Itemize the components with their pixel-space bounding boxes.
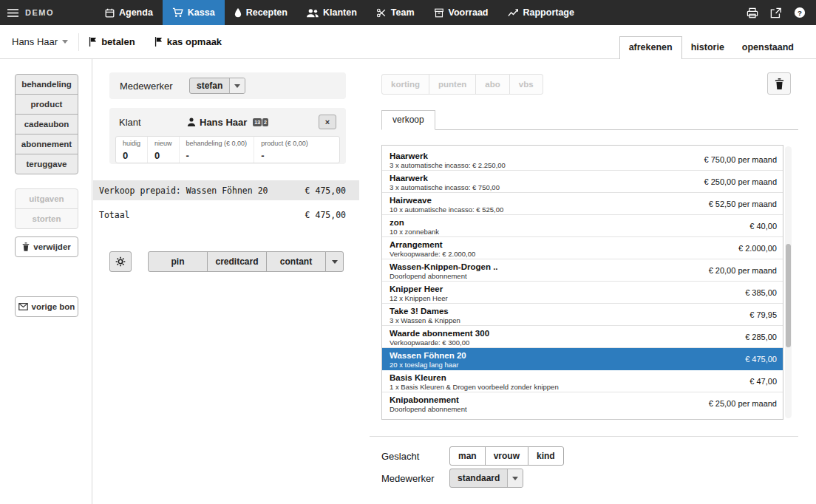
settings-button[interactable]: [109, 251, 132, 272]
remove-client-button[interactable]: ×: [319, 115, 336, 129]
export-button[interactable]: [770, 7, 782, 18]
item-title: zon: [390, 217, 715, 228]
punten-button: punten: [429, 74, 476, 95]
list-item[interactable]: zon 10 x zonnebank € 40,00: [382, 215, 783, 237]
receipt-line[interactable]: Verkoop prepaid: Wassen Föhnen 20 € 475,…: [93, 180, 359, 200]
list-item[interactable]: Basis Kleuren 1 x Basis Kleuren & Drogen…: [382, 370, 783, 392]
scrollbar[interactable]: [785, 146, 792, 418]
list-item-selected[interactable]: Wassen Föhnen 20 20 x toeslag lang haar …: [382, 348, 783, 370]
sidebar-item-product[interactable]: product: [15, 94, 78, 115]
topnav-item-klanten[interactable]: Klanten: [297, 0, 367, 25]
topnav-item-kassa[interactable]: Kassa: [163, 0, 225, 25]
export-icon: [770, 7, 782, 18]
gender-vrouw-button[interactable]: vrouw: [485, 446, 528, 466]
stat-value: -: [261, 151, 333, 160]
hamburger-icon: [7, 9, 18, 17]
sidebar-item-behandeling[interactable]: behandeling: [15, 74, 78, 95]
item-price: € 20,00 per maand: [709, 266, 777, 275]
list-item[interactable]: Knipper Heer 12 x Knippen Heer € 385,00: [382, 282, 783, 304]
employee-label: Medewerker: [381, 473, 449, 484]
droplet-icon: [234, 8, 242, 18]
list-item[interactable]: Knipabonnement Doorlopend abonnement € 2…: [382, 392, 783, 415]
topnav-item-voorraad[interactable]: Voorraad: [424, 0, 498, 25]
pay-creditcard-button[interactable]: creditcard: [207, 251, 267, 272]
cart-icon: [172, 7, 183, 18]
item-title: Basis Kleuren: [390, 372, 715, 383]
gender-buttons: man vrouw kind: [449, 446, 564, 466]
kas-opmaak-button[interactable]: kas opmaak: [145, 36, 231, 47]
pay-contant-button[interactable]: contant: [266, 251, 326, 272]
list-item[interactable]: Haarwerk 3 x automatische incasso: € 750…: [382, 171, 783, 193]
scissors-icon: [376, 8, 387, 18]
topnav-item-agenda[interactable]: Agenda: [95, 0, 163, 25]
delete-line-label: verwijder: [33, 242, 71, 251]
item-subtitle: 20 x toeslag lang haar: [390, 361, 715, 370]
item-subtitle: 3 x automatische incasso: € 2.250,00: [390, 161, 715, 170]
sidebar-item-cadeaubon[interactable]: cadeaubon: [15, 114, 78, 134]
client-link[interactable]: Hans Haar 13 2: [187, 117, 268, 128]
stat-huidig: huidig 0: [116, 137, 148, 163]
topnav-label: Voorraad: [449, 7, 489, 18]
employee-dropdown[interactable]: stefan: [189, 78, 245, 94]
list-item[interactable]: Haarwerk 3 x automatische incasso: € 2.2…: [382, 149, 783, 171]
payment-row: pin creditcard contant: [109, 251, 353, 272]
users-icon: [307, 8, 319, 18]
abo-button: abo: [475, 74, 509, 95]
gender-kind-button[interactable]: kind: [528, 446, 564, 466]
topbar: DEMO Agenda Kassa Recepten Klanten Team …: [0, 0, 816, 25]
help-button[interactable]: ?: [794, 7, 806, 18]
topnav-item-rapportage[interactable]: Rapportage: [498, 0, 584, 25]
list-item[interactable]: Take 3! Dames 3 x Wassen & Knippen € 79,…: [382, 304, 783, 326]
quick-buttons: korting punten abo vbs: [381, 74, 543, 95]
client-label: Klant: [119, 117, 177, 128]
print-button[interactable]: [747, 7, 758, 18]
list-item[interactable]: Waarde abonnement 300 Verkoopwaarde: € 3…: [382, 326, 783, 348]
item-price: € 2.000,00: [738, 244, 777, 253]
list-item[interactable]: Arrangement Verkoopwaarde: € 2.000,00 € …: [382, 237, 783, 259]
list-item[interactable]: Hairweave 10 x automatische incasso: € 5…: [382, 193, 783, 215]
employee-value: stefan: [190, 78, 229, 93]
hamburger-menu-icon[interactable]: [0, 0, 25, 25]
catalog-tabbar: verkoop: [381, 111, 798, 130]
chevron-down-icon: [332, 260, 338, 264]
clear-receipt-button[interactable]: [767, 72, 791, 95]
tab-historie[interactable]: historie: [682, 37, 733, 58]
topnav-item-team[interactable]: Team: [367, 0, 424, 25]
sidebar-group-primary: behandeling product cadeaubon abonnement…: [15, 74, 78, 174]
employee-select-dropdown[interactable]: standaard: [449, 469, 523, 488]
more-payments-button[interactable]: [325, 251, 344, 272]
user-menu[interactable]: Hans Haar: [0, 36, 78, 47]
scrollbar-thumb[interactable]: [786, 244, 791, 347]
tab-afrekenen[interactable]: afrekenen: [619, 36, 682, 59]
item-subtitle: 10 x zonnebank: [390, 228, 715, 236]
betalen-button[interactable]: betalen: [79, 36, 145, 47]
divider: [370, 436, 798, 437]
list-item[interactable]: Wassen-Knippen-Drogen .. Doorlopend abon…: [382, 259, 783, 282]
item-subtitle: 12 x Knippen Heer: [390, 294, 715, 303]
gender-man-button[interactable]: man: [449, 446, 486, 466]
item-subtitle: Doorlopend abonnement: [390, 405, 715, 414]
topnav-item-recepten[interactable]: Recepten: [225, 0, 297, 25]
stat-product: product (€ 0,00) -: [254, 137, 339, 163]
delete-line-button[interactable]: verwijder: [15, 236, 78, 257]
item-subtitle: Verkoopwaarde: € 2.000,00: [390, 250, 715, 259]
tab-verkoop[interactable]: verkoop: [381, 110, 435, 130]
client-badge: 13: [253, 118, 262, 126]
tab-openstaand[interactable]: openstaand: [733, 37, 803, 58]
help-icon: ?: [794, 7, 806, 18]
envelope-icon: [18, 303, 28, 310]
client-panel: Klant Hans Haar 13 2 × huidig 0 nieuw 0: [109, 108, 346, 164]
client-badges: 13 2: [253, 118, 268, 126]
item-price: € 750,00 per maand: [704, 155, 777, 164]
vbs-button: vbs: [509, 74, 543, 95]
betalen-label: betalen: [101, 36, 135, 47]
pay-pin-button[interactable]: pin: [148, 251, 208, 272]
previous-receipt-button[interactable]: vorige bon: [15, 296, 78, 317]
item-price: € 250,00 per maand: [704, 177, 777, 186]
sidebar-item-abonnement[interactable]: abonnement: [15, 134, 78, 154]
item-title: Wassen Föhnen 20: [390, 350, 715, 361]
item-price: € 475,00: [745, 355, 777, 364]
sidebar-item-teruggave[interactable]: teruggave: [15, 154, 78, 174]
item-title: Haarwerk: [390, 173, 715, 183]
chevron-down-icon: [507, 469, 523, 487]
